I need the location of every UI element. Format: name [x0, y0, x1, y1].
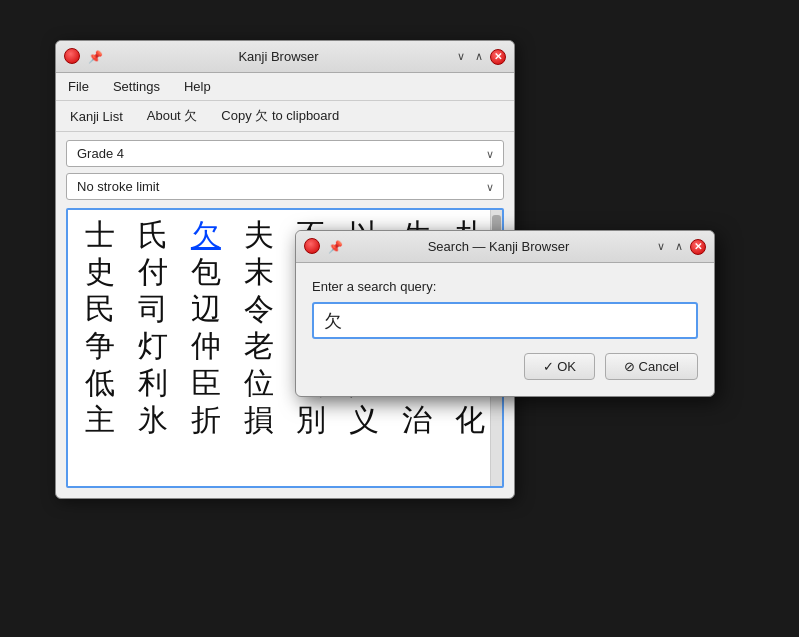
kanji-char[interactable]: 氷 [129, 403, 178, 436]
kanji-char[interactable]: 末 [234, 255, 283, 288]
toolbar-kanji-list[interactable]: Kanji List [64, 107, 129, 126]
title-bar-left: 📌 [64, 48, 103, 66]
kanji-char[interactable]: 灯 [129, 329, 178, 362]
cancel-label: ⊘ Cancel [624, 359, 679, 374]
search-close-button[interactable]: ✕ [690, 239, 706, 255]
search-input[interactable] [312, 302, 698, 339]
search-pin-icon: 📌 [328, 240, 343, 254]
search-app-icon-red [304, 238, 320, 254]
search-maximize-button[interactable]: ∧ [672, 239, 686, 254]
toolbar-about[interactable]: About 欠 [141, 105, 204, 127]
search-dialog-title: Search — Kanji Browser [343, 239, 654, 254]
kanji-char[interactable]: 臣 [182, 366, 231, 399]
kanji-char[interactable]: 利 [129, 366, 178, 399]
kanji-char[interactable]: 氏 [129, 218, 178, 251]
kanji-char[interactable]: 治 [393, 403, 442, 436]
main-window-title: Kanji Browser [103, 49, 454, 64]
kanji-char[interactable]: 仲 [182, 329, 231, 362]
app-icon [64, 48, 82, 66]
search-label: Enter a search query: [312, 279, 698, 294]
close-button[interactable]: ✕ [490, 49, 506, 65]
kanji-char[interactable]: 主 [76, 403, 125, 436]
search-buttons: ✓ OK ⊘ Cancel [312, 353, 698, 380]
kanji-char[interactable]: 史 [76, 255, 125, 288]
kanji-char[interactable]: 位 [234, 366, 283, 399]
toolbar: Kanji List About 欠 Copy 欠 to clipboard [56, 101, 514, 132]
app-icon-red [64, 48, 80, 64]
stroke-dropdown[interactable]: No stroke limit 1 stroke 2 strokes 3 str… [66, 173, 504, 200]
maximize-button[interactable]: ∧ [472, 49, 486, 64]
search-dialog: 📌 Search — Kanji Browser ∨ ∧ ✕ Enter a s… [295, 230, 715, 397]
pin-icon: 📌 [88, 50, 103, 64]
kanji-char[interactable]: 士 [76, 218, 125, 251]
kanji-char[interactable]: 老 [234, 329, 283, 362]
stroke-dropdown-wrapper: No stroke limit 1 stroke 2 strokes 3 str… [66, 173, 504, 200]
kanji-char[interactable]: 付 [129, 255, 178, 288]
ok-label: ✓ OK [543, 359, 576, 374]
grade-dropdown-wrapper: Grade 1 Grade 2 Grade 3 Grade 4 Grade 5 … [66, 140, 504, 167]
main-title-bar: 📌 Kanji Browser ∨ ∧ ✕ [56, 41, 514, 73]
kanji-char[interactable]: 司 [129, 292, 178, 325]
cancel-button[interactable]: ⊘ Cancel [605, 353, 698, 380]
search-title-controls: ∨ ∧ ✕ [654, 239, 706, 255]
grade-dropdown[interactable]: Grade 1 Grade 2 Grade 3 Grade 4 Grade 5 … [66, 140, 504, 167]
menu-file[interactable]: File [64, 77, 93, 96]
kanji-char[interactable]: 折 [182, 403, 231, 436]
kanji-char[interactable]: 別 [287, 403, 336, 436]
menu-bar: File Settings Help [56, 73, 514, 101]
kanji-char[interactable]: 化 [445, 403, 494, 436]
kanji-char[interactable]: 争 [76, 329, 125, 362]
search-minimize-button[interactable]: ∨ [654, 239, 668, 254]
menu-help[interactable]: Help [180, 77, 215, 96]
kanji-char[interactable]: 損 [234, 403, 283, 436]
kanji-char[interactable]: 包 [182, 255, 231, 288]
menu-settings[interactable]: Settings [109, 77, 164, 96]
search-title-bar-left: 📌 [304, 238, 343, 256]
title-bar-controls: ∨ ∧ ✕ [454, 49, 506, 65]
search-title-bar: 📌 Search — Kanji Browser ∨ ∧ ✕ [296, 231, 714, 263]
kanji-char[interactable]: 夫 [234, 218, 283, 251]
dropdown-area: Grade 1 Grade 2 Grade 3 Grade 4 Grade 5 … [56, 132, 514, 208]
kanji-char[interactable]: 低 [76, 366, 125, 399]
kanji-char[interactable]: 辺 [182, 292, 231, 325]
kanji-char[interactable]: 令 [234, 292, 283, 325]
toolbar-copy[interactable]: Copy 欠 to clipboard [215, 105, 345, 127]
minimize-button[interactable]: ∨ [454, 49, 468, 64]
search-app-icon [304, 238, 322, 256]
search-body: Enter a search query: ✓ OK ⊘ Cancel [296, 263, 714, 396]
kanji-char[interactable]: 欠 [182, 218, 231, 251]
ok-button[interactable]: ✓ OK [524, 353, 595, 380]
kanji-char[interactable]: 义 [340, 403, 389, 436]
kanji-char[interactable]: 民 [76, 292, 125, 325]
